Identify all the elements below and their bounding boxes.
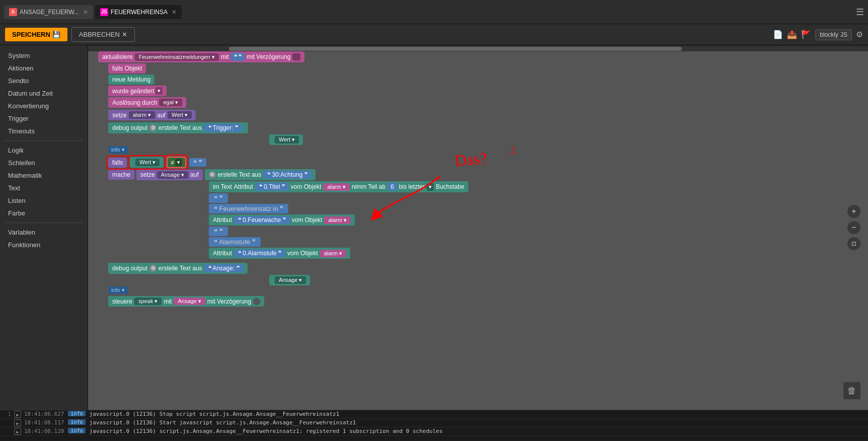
scrollbar-thumb[interactable] bbox=[229, 47, 682, 51]
new-file-icon[interactable]: 📄 bbox=[773, 30, 783, 39]
block-debug2[interactable]: debug output ⚙ erstelle Text aus ❝ Ansag… bbox=[108, 263, 248, 274]
letzter-dropdown[interactable] bbox=[427, 183, 434, 191]
sidebar-divider2 bbox=[4, 223, 84, 223]
block-wert-dropdown[interactable]: Wert bbox=[130, 157, 164, 168]
block-falls-objekt[interactable]: falls Objekt bbox=[108, 63, 146, 74]
speak-dropdown[interactable]: speak bbox=[134, 298, 162, 305]
block-im-text[interactable]: im Text Attribut ❝ 0.Titel ❞ vom Objekt … bbox=[209, 181, 468, 192]
wert-falls-dropdown[interactable]: Wert bbox=[135, 159, 160, 166]
cancel-button[interactable]: ABBRECHEN ✕ bbox=[71, 27, 135, 42]
settings-icon[interactable]: ⚙ bbox=[856, 30, 863, 39]
block-wurde-geaendert[interactable]: wurde geändert bbox=[108, 86, 167, 96]
alarm-feuerwache-dropdown[interactable]: alarm bbox=[324, 216, 351, 224]
wert-dropdown1[interactable]: Wert bbox=[168, 111, 192, 119]
canvas[interactable]: aktualisiere Feuerwehreinsatzmeldungen m… bbox=[88, 45, 868, 410]
aktualisiere-dropdown[interactable]: Feuerwehreinsatzmeldungen bbox=[135, 53, 219, 61]
sidebar-item-aktionen[interactable]: Aktionen bbox=[0, 62, 88, 75]
save-button[interactable]: SPEICHERN 💾 bbox=[5, 28, 67, 41]
flag-icon[interactable]: 🚩 bbox=[801, 30, 811, 39]
block-row-info2: info ▾ bbox=[98, 286, 858, 294]
block-row-setze-alarm: setze alarm auf Wert bbox=[98, 110, 858, 120]
sidebar-item-trigger[interactable]: Trigger bbox=[0, 112, 88, 125]
sidebar-item-logik[interactable]: Logik bbox=[0, 144, 88, 157]
block-aktualisiere[interactable]: aktualisiere Feuerwehreinsatzmeldungen m… bbox=[98, 51, 304, 62]
block-row-falls-objekt: falls Objekt bbox=[98, 63, 858, 74]
sidebar-item-variablen[interactable]: Variablen bbox=[0, 226, 88, 239]
block-attribut-feuerwache[interactable]: Attribut ❝ 0.Feuerwache ❞ vom Objekt ala… bbox=[209, 214, 355, 226]
block-row-wert-sub: Wert bbox=[269, 134, 858, 145]
sidebar: System Aktionen Sendto Datum und Zeit Ko… bbox=[0, 45, 88, 410]
block-feuerwehr-in: ❝ Feuerwehreinsatz in ❞ bbox=[209, 204, 288, 213]
block-ausloesung[interactable]: Auslösung durch egal bbox=[108, 97, 186, 108]
blockly-toggle[interactable]: blockly JS bbox=[815, 29, 852, 40]
block-setze-alarm[interactable]: setze alarm auf Wert bbox=[108, 110, 196, 120]
block-erstelle-text[interactable]: ⚙ erstelle Text aus ❝ 30:Achtung ❞ bbox=[205, 169, 315, 180]
js-toggle-label: JS bbox=[840, 31, 847, 38]
sidebar-item-listen[interactable]: Listen bbox=[0, 194, 88, 207]
block-row-str2: ❝ ❞ bbox=[209, 227, 858, 236]
tab-ansage[interactable]: A ANSAGE_FEUERW... ✕ bbox=[4, 5, 93, 19]
cancel-label: ABBRECHEN bbox=[79, 31, 120, 38]
sidebar-item-konvertierung[interactable]: Konvertierung bbox=[0, 100, 88, 112]
export-icon[interactable]: 📤 bbox=[787, 30, 797, 39]
block-falls[interactable]: falls bbox=[108, 158, 127, 168]
info-badge-1[interactable]: info ▾ bbox=[108, 146, 128, 154]
sidebar-item-schleifen[interactable]: Schleifen bbox=[0, 157, 88, 169]
ausloesung-dropdown[interactable]: egal bbox=[159, 99, 182, 106]
tab-close-ansage[interactable]: ✕ bbox=[83, 9, 88, 16]
block-neue-meldung[interactable]: neue Meldung bbox=[108, 75, 154, 85]
zoom-reset-button[interactable]: ⊡ bbox=[847, 237, 861, 251]
op-dropdown[interactable] bbox=[175, 159, 182, 166]
log-icon-2: ▶ bbox=[14, 419, 21, 426]
sidebar-item-farbe[interactable]: Farbe bbox=[0, 207, 88, 219]
alarm-alarmstufe-dropdown[interactable]: alarm bbox=[320, 250, 347, 257]
tab-feuerwehr[interactable]: JS FEUERWEHREINSA ✕ bbox=[95, 5, 182, 19]
block-row-wurde-geaendert: wurde geändert bbox=[98, 86, 858, 96]
wert-sub-dropdown[interactable]: Wert bbox=[275, 136, 299, 143]
alarm-dropdown[interactable]: alarm bbox=[129, 111, 155, 119]
cancel-icon: ✕ bbox=[122, 31, 127, 38]
ansage-mit-dropdown[interactable]: Ansage bbox=[174, 298, 205, 305]
block-row-aktualisiere: aktualisiere Feuerwehreinsatzmeldungen m… bbox=[98, 51, 858, 62]
ansage-dropdown[interactable]: Ansage bbox=[157, 171, 188, 179]
info-badge-2[interactable]: info ▾ bbox=[108, 286, 128, 294]
block-attribut-alarmstufe[interactable]: Attribut ❝ 0.Alarmstufe ❞ vom Objekt ala… bbox=[209, 248, 350, 259]
log-time-1: 18:41:06.627 bbox=[24, 411, 64, 417]
log-badge-2: info bbox=[68, 419, 85, 425]
trash-button[interactable]: 🗑 bbox=[843, 382, 861, 400]
block-row-debug1: debug output ⚙ erstelle Text aus ❝ Trigg… bbox=[98, 122, 858, 133]
block-debug1[interactable]: debug output ⚙ erstelle Text aus ❝ Trigg… bbox=[108, 122, 248, 133]
block-steuere[interactable]: steuere speak mit Ansage mit Verzögerung bbox=[108, 296, 264, 307]
sidebar-item-system[interactable]: System bbox=[0, 49, 88, 62]
log-badge-1: info bbox=[68, 411, 85, 416]
log-time-2: 18:41:08.117 bbox=[24, 419, 64, 426]
block-wert-sub[interactable]: Wert bbox=[269, 134, 303, 145]
zoom-out-button[interactable]: − bbox=[847, 220, 861, 235]
block-setze-ansage[interactable]: setze Ansage auf bbox=[136, 170, 203, 180]
toolbar: SPEICHERN 💾 ABBRECHEN ✕ 📄 📤 🚩 blockly JS… bbox=[0, 24, 868, 45]
save-icon: 💾 bbox=[52, 31, 60, 38]
block-row-falls-wert: falls Wert ≠ ❝ ❞ bbox=[98, 157, 858, 168]
sidebar-item-datum[interactable]: Datum und Zeit bbox=[0, 87, 88, 100]
hamburger-icon[interactable]: ☰ bbox=[856, 7, 864, 18]
sidebar-item-funktionen[interactable]: Funktionen bbox=[0, 239, 88, 251]
log-msg-3: javascript.0 (12136) script.js.Ansage.An… bbox=[90, 428, 865, 434]
sidebar-item-sendto[interactable]: Sendto bbox=[0, 75, 88, 87]
block-ansage-sub[interactable]: Ansage bbox=[269, 275, 310, 285]
block-operator[interactable]: ≠ bbox=[167, 157, 186, 168]
tab-label-ansage: ANSAGE_FEUERW... bbox=[20, 9, 79, 16]
sidebar-item-timeouts[interactable]: Timeouts bbox=[0, 125, 88, 137]
horizontal-scrollbar[interactable] bbox=[88, 45, 868, 51]
ansage-sub-dropdown[interactable]: Ansage bbox=[275, 276, 306, 284]
sidebar-item-mathematik[interactable]: Mathematik bbox=[0, 169, 88, 182]
log-badge-3: info bbox=[68, 428, 85, 433]
block-mache[interactable]: mache bbox=[108, 170, 134, 180]
zoom-in-button[interactable]: + bbox=[847, 204, 861, 218]
geaendert-dropdown[interactable] bbox=[155, 87, 163, 95]
tab-close-feuerwehr[interactable]: ✕ bbox=[172, 9, 177, 16]
sidebar-item-text[interactable]: Text bbox=[0, 182, 88, 194]
alarm-objekt-dropdown1[interactable]: alarm bbox=[323, 183, 350, 191]
block-row-info1: info ▾ bbox=[98, 146, 858, 154]
topbar: A ANSAGE_FEUERW... ✕ JS FEUERWEHREINSA ✕… bbox=[0, 0, 868, 24]
log-icon-1: ▶ bbox=[14, 411, 21, 418]
